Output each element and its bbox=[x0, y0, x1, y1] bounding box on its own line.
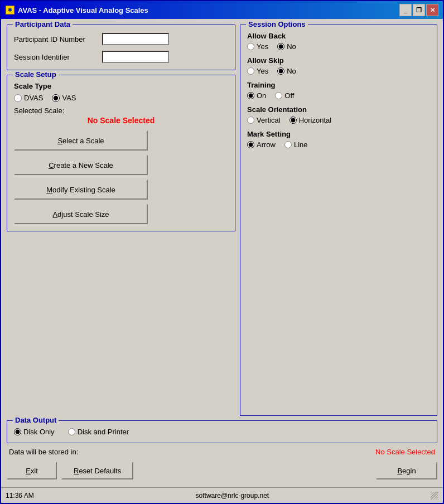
participant-id-label: Participant ID Number bbox=[14, 35, 98, 43]
training-off-label: Off bbox=[284, 91, 294, 100]
disk-only-radio[interactable] bbox=[14, 428, 21, 435]
orientation-horizontal[interactable]: Horizontal bbox=[289, 116, 332, 124]
disk-and-printer-option[interactable]: Disk and Printer bbox=[68, 428, 129, 436]
status-grip-icon bbox=[431, 492, 438, 500]
participant-id-row: Participant ID Number bbox=[14, 33, 228, 45]
dvas-radio[interactable] bbox=[14, 94, 22, 102]
title-bar: ✱ AVAS - Adaptive Visual Analog Scales _… bbox=[1, 1, 443, 19]
allow-skip-yes-radio[interactable] bbox=[247, 67, 254, 75]
scale-orientation-radio-row: Vertical Horizontal bbox=[247, 116, 430, 124]
session-options-group: Session Options Allow Back Yes bbox=[240, 25, 437, 416]
orientation-horizontal-radio[interactable] bbox=[289, 117, 297, 124]
data-output-row: Disk Only Disk and Printer bbox=[14, 425, 430, 436]
bottom-buttons: Exit Reset Defaults Begin bbox=[7, 459, 437, 482]
mark-line[interactable]: Line bbox=[284, 140, 308, 149]
orientation-vertical-radio[interactable] bbox=[247, 117, 254, 124]
session-id-row: Session Identifier bbox=[14, 51, 228, 63]
mark-setting-title: Mark Setting bbox=[247, 130, 430, 138]
allow-skip-no[interactable]: No bbox=[277, 67, 296, 75]
allow-back-yes[interactable]: Yes bbox=[247, 42, 268, 51]
disk-and-printer-radio[interactable] bbox=[68, 428, 75, 435]
reset-defaults-label: eset Defaults bbox=[79, 467, 121, 475]
allow-skip-no-label: No bbox=[287, 67, 296, 75]
exit-button[interactable]: Exit bbox=[7, 462, 57, 479]
dvas-option[interactable]: DVAS bbox=[14, 94, 43, 102]
reset-defaults-button[interactable]: Reset Defaults bbox=[61, 462, 133, 479]
mark-arrow[interactable]: Arrow bbox=[247, 140, 276, 149]
status-email: software@nrlc-group.net bbox=[196, 492, 269, 500]
vas-label: VAS bbox=[62, 94, 76, 102]
select-scale-button[interactable]: Select a Scale bbox=[14, 130, 148, 151]
title-bar-left: ✱ AVAS - Adaptive Visual Analog Scales bbox=[6, 6, 148, 14]
vas-option[interactable]: VAS bbox=[52, 94, 76, 102]
mark-line-radio[interactable] bbox=[284, 141, 292, 148]
training-on[interactable]: On bbox=[247, 91, 266, 100]
disk-only-option[interactable]: Disk Only bbox=[14, 428, 55, 436]
training-section: Training On Off bbox=[247, 81, 430, 100]
mark-arrow-radio[interactable] bbox=[247, 141, 254, 148]
no-scale-status: No Scale Selected bbox=[375, 448, 435, 456]
orientation-horizontal-label: Horizontal bbox=[299, 116, 332, 124]
allow-skip-yes[interactable]: Yes bbox=[247, 67, 268, 75]
begin-button[interactable]: Begin bbox=[376, 462, 437, 479]
allow-back-yes-radio[interactable] bbox=[247, 43, 254, 50]
orientation-vertical-label: Vertical bbox=[257, 116, 281, 124]
session-id-label: Session Identifier bbox=[14, 53, 98, 61]
training-off[interactable]: Off bbox=[275, 91, 294, 100]
allow-back-no[interactable]: No bbox=[277, 42, 296, 51]
main-area: Participant Data Participant ID Number S… bbox=[7, 25, 437, 416]
session-id-input[interactable] bbox=[102, 51, 169, 63]
status-time: 11:36 AM bbox=[6, 492, 34, 500]
allow-back-title: Allow Back bbox=[247, 32, 430, 40]
modify-scale-button[interactable]: Modify Existing Scale bbox=[14, 180, 148, 200]
training-on-label: On bbox=[257, 91, 266, 100]
minimize-button[interactable]: _ bbox=[399, 4, 412, 16]
dvas-label: DVAS bbox=[24, 94, 43, 102]
window-content: Participant Data Participant ID Number S… bbox=[1, 19, 443, 487]
allow-skip-section: Allow Skip Yes No bbox=[247, 56, 430, 75]
allow-skip-title: Allow Skip bbox=[247, 56, 430, 65]
disk-and-printer-label: Disk and Printer bbox=[78, 428, 129, 436]
data-output-group: Data Output Disk Only Disk and Printer bbox=[7, 420, 437, 443]
mark-setting-radio-row: Arrow Line bbox=[247, 140, 430, 149]
scale-orientation-title: Scale Orientation bbox=[247, 105, 430, 114]
main-window: ✱ AVAS - Adaptive Visual Analog Scales _… bbox=[0, 0, 444, 504]
scale-type-radio-row: DVAS VAS bbox=[14, 94, 228, 102]
session-options-content: Allow Back Yes No bbox=[247, 30, 430, 149]
select-scale-label: elect a Scale bbox=[62, 137, 104, 145]
training-off-radio[interactable] bbox=[275, 92, 282, 99]
selected-scale-label: Selected Scale: bbox=[14, 106, 228, 115]
adjust-scale-button[interactable]: Adjust Scale Size bbox=[14, 204, 148, 224]
app-icon: ✱ bbox=[6, 6, 15, 14]
participant-id-input[interactable] bbox=[102, 33, 169, 45]
allow-back-no-label: No bbox=[287, 42, 296, 51]
allow-skip-radio-row: Yes No bbox=[247, 67, 430, 75]
window-title: AVAS - Adaptive Visual Analog Scales bbox=[18, 6, 148, 14]
scale-setup-group: Scale Setup Scale Type DVAS VAS bbox=[7, 75, 235, 231]
mark-setting-section: Mark Setting Arrow Line bbox=[247, 130, 430, 149]
allow-skip-no-radio[interactable] bbox=[277, 67, 284, 75]
create-scale-label: reate a New Scale bbox=[54, 161, 113, 169]
orientation-vertical[interactable]: Vertical bbox=[247, 116, 281, 124]
close-button[interactable]: ✕ bbox=[426, 4, 438, 16]
data-storage-label: Data will be stored in: bbox=[9, 448, 78, 456]
training-on-radio[interactable] bbox=[247, 92, 254, 99]
allow-back-radio-row: Yes No bbox=[247, 42, 430, 51]
bottom-section: Data will be stored in: No Scale Selecte… bbox=[7, 448, 437, 482]
no-scale-text: No Scale Selected bbox=[14, 116, 228, 125]
left-panel: Participant Data Participant ID Number S… bbox=[7, 25, 235, 416]
allow-back-no-radio[interactable] bbox=[277, 43, 284, 50]
right-panel: Session Options Allow Back Yes bbox=[240, 25, 437, 416]
training-radio-row: On Off bbox=[247, 91, 430, 100]
scale-orientation-section: Scale Orientation Vertical Horizontal bbox=[247, 105, 430, 124]
create-scale-button[interactable]: Create a New Scale bbox=[14, 155, 148, 175]
vas-radio[interactable] bbox=[52, 94, 60, 102]
data-output-title: Data Output bbox=[13, 416, 59, 424]
buttons-left-group: Exit Reset Defaults bbox=[7, 462, 133, 479]
mark-arrow-label: Arrow bbox=[257, 140, 276, 149]
scale-setup-title: Scale Setup bbox=[13, 70, 59, 79]
data-storage-row: Data will be stored in: No Scale Selecte… bbox=[7, 448, 437, 456]
disk-only-label: Disk Only bbox=[23, 428, 55, 436]
restore-button[interactable]: ❐ bbox=[413, 4, 425, 16]
mark-line-label: Line bbox=[294, 140, 308, 149]
